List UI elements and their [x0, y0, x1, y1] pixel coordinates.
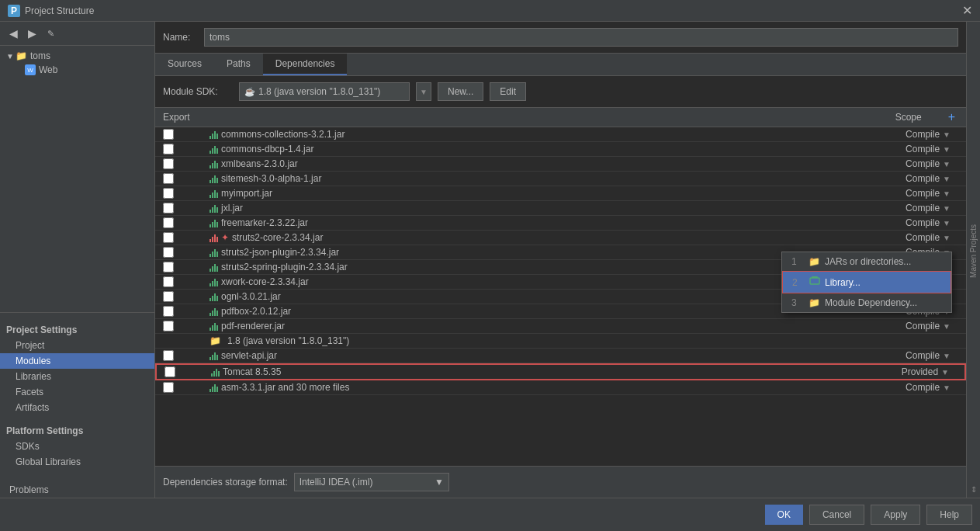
table-row: ✦ struts2-core-2.3.34.jar Compile▼ — [155, 231, 966, 245]
svg-rect-1 — [812, 276, 818, 278]
back-button[interactable]: ◀ — [5, 25, 22, 42]
popup-item-jars[interactable]: 1 📁 JARs or directories... — [782, 252, 951, 271]
struts-icon — [210, 233, 218, 242]
left-panel: ◀ ▶ ✎ ▼ 📁 toms W Web Project Settings Pr… — [0, 22, 155, 498]
jar-icon — [210, 307, 218, 316]
popup-num-1: 1 — [791, 256, 804, 267]
popup-item-library[interactable]: 2 Library... — [782, 271, 951, 293]
footer: OK Cancel Apply Help — [0, 498, 980, 531]
storage-label: Dependencies storage format: — [163, 477, 288, 488]
jar-icon — [211, 367, 220, 377]
jar-icon — [210, 159, 218, 168]
settings-section: Project Settings Project Modules Librari… — [0, 312, 154, 498]
jar-icon — [210, 144, 218, 154]
table-row: servlet-api.jar Compile▼ — [155, 349, 966, 363]
name-label: Name: — [163, 32, 198, 43]
popup-item-module-dep[interactable]: 3 📁 Module Dependency... — [782, 293, 951, 312]
table-row: myimport.jar Compile▼ — [155, 186, 966, 201]
project-settings-header: Project Settings — [0, 322, 154, 338]
folder-small-icon: 📁 — [809, 256, 820, 267]
table-row: 📁 1.8 (java version "1.8.0_131") — [155, 334, 966, 349]
table-row: asm-3.3.1.jar and 30 more files Compile▼ — [155, 380, 966, 395]
jar-icon — [210, 383, 218, 392]
sidebar-item-artifacts[interactable]: Artifacts — [0, 400, 154, 415]
sidebar-item-project[interactable]: Project — [0, 338, 154, 353]
web-icon: W — [25, 64, 36, 75]
app-icon: P — [8, 5, 20, 17]
main-content: ◀ ▶ ✎ ▼ 📁 toms W Web Project Settings Pr… — [0, 22, 980, 498]
popup-num-3: 3 — [791, 297, 804, 308]
ok-button[interactable]: OK — [765, 505, 803, 525]
platform-settings-header: Platform Settings — [0, 423, 154, 439]
export-checkbox-0[interactable] — [163, 129, 210, 140]
tabs-row: Sources Paths Dependencies — [155, 54, 966, 76]
bottom-row: Dependencies storage format: IntelliJ ID… — [155, 466, 966, 498]
tab-dependencies[interactable]: Dependencies — [263, 54, 348, 75]
deps-table: Export Scope + commons-collections-3.2.1… — [155, 108, 966, 466]
name-row: Name: — [155, 22, 966, 54]
maven-projects-label[interactable]: Maven Projects — [968, 220, 979, 283]
jar-icon — [210, 174, 218, 183]
apply-button[interactable]: Apply — [871, 505, 920, 525]
sdk-edit-button[interactable]: Edit — [490, 82, 526, 101]
sdk-value: 1.8 (java version "1.8.0_131") — [258, 86, 380, 97]
sdk-label: Module SDK: — [163, 86, 233, 97]
module-item-web[interactable]: W Web — [3, 63, 151, 77]
sdk-select[interactable]: ☕ 1.8 (java version "1.8.0_131") — [239, 82, 410, 101]
module-item-toms[interactable]: ▼ 📁 toms — [3, 49, 151, 63]
forward-button[interactable]: ▶ — [23, 25, 40, 42]
cancel-button[interactable]: Cancel — [809, 505, 864, 525]
table-row: commons-dbcp-1.4.jar Compile▼ — [155, 142, 966, 157]
table-row: jxl.jar Compile▼ — [155, 201, 966, 216]
jar-icon — [210, 203, 218, 213]
vertical-resize-icon: ⇕ — [971, 485, 977, 494]
deps-header: Export Scope + — [155, 108, 966, 127]
dialog-title: Project Structure — [25, 5, 962, 16]
jar-icon — [210, 292, 218, 301]
sdk-row: Module SDK: ☕ 1.8 (java version "1.8.0_1… — [155, 76, 966, 108]
jar-icon — [210, 130, 218, 139]
dep-name-0: commons-collections-3.2.1.jar — [210, 129, 865, 140]
right-panel: Name: Sources Paths Dependencies Module … — [155, 22, 966, 498]
sidebar-item-sdks[interactable]: SDKs — [0, 439, 154, 454]
svg-rect-0 — [810, 278, 819, 284]
jar-icon — [210, 351, 218, 360]
name-input[interactable] — [204, 28, 958, 47]
right-sidebar: Maven Projects ⇕ — [966, 22, 980, 498]
jar-icon — [210, 248, 218, 257]
storage-value: IntelliJ IDEA (.iml) — [300, 477, 373, 488]
table-row: freemarker-2.3.22.jar Compile▼ — [155, 216, 966, 231]
jdk-folder-icon: 📁 — [210, 335, 221, 346]
close-button[interactable]: ✕ — [962, 5, 972, 17]
jar-icon — [210, 262, 218, 272]
scope-header: Scope — [852, 112, 945, 123]
sdk-new-button[interactable]: New... — [438, 82, 483, 101]
module-name: toms — [30, 50, 50, 61]
help-button[interactable]: Help — [926, 505, 972, 525]
jar-icon — [210, 189, 218, 198]
sidebar-item-modules[interactable]: Modules — [0, 353, 154, 369]
jar-icon — [210, 277, 218, 286]
sidebar-item-facets[interactable]: Facets — [0, 384, 154, 400]
storage-dropdown-arrow: ▼ — [435, 477, 444, 488]
titlebar: P Project Structure ✕ — [0, 0, 980, 22]
sidebar-item-global-libraries[interactable]: Global Libraries — [0, 454, 154, 470]
table-row: commons-collections-3.2.1.jar Compile▼ — [155, 127, 966, 142]
add-dependency-button[interactable]: + — [945, 110, 958, 124]
edit-button[interactable]: ✎ — [42, 25, 59, 42]
tomcat-row: Tomcat 8.5.35 Provided▼ — [155, 363, 966, 380]
tab-paths[interactable]: Paths — [214, 54, 263, 75]
lib-icon — [809, 276, 820, 289]
sidebar-item-libraries[interactable]: Libraries — [0, 369, 154, 384]
web-name: Web — [39, 64, 57, 75]
popup-num-2: 2 — [792, 277, 805, 288]
table-row: xmlbeans-2.3.0.jar Compile▼ — [155, 157, 966, 172]
tab-sources[interactable]: Sources — [155, 54, 214, 75]
storage-select[interactable]: IntelliJ IDEA (.iml) ▼ — [294, 473, 449, 491]
sdk-icon: ☕ — [244, 87, 255, 97]
popup-menu: 1 📁 JARs or directories... 2 Library... … — [781, 252, 952, 313]
project-structure-dialog: P Project Structure ✕ ◀ ▶ ✎ ▼ 📁 toms W W… — [0, 0, 980, 531]
sdk-dropdown-arrow[interactable]: ▼ — [416, 82, 431, 101]
toolbar: ◀ ▶ ✎ — [0, 22, 154, 46]
sidebar-item-problems[interactable]: Problems — [0, 482, 154, 498]
